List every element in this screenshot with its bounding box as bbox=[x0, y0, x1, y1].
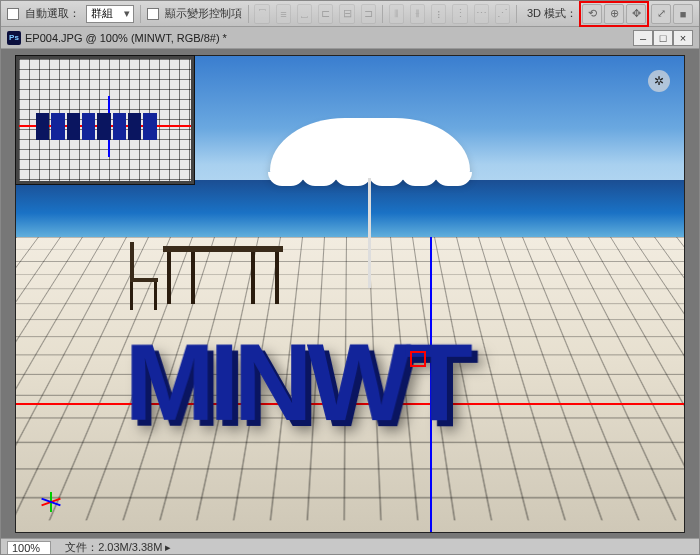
document-tab-bar: Ps EP004.JPG @ 100% (MINWT, RGB/8#) * – … bbox=[1, 27, 699, 49]
umbrella-object bbox=[270, 118, 470, 238]
camera-3d-icon[interactable]: ■ bbox=[673, 4, 693, 24]
mode-3d-group: 3D 模式： ⟲ ⊕ ✥ ⤢ ■ bbox=[527, 1, 693, 27]
scale-3d-icon[interactable]: ⤢ bbox=[651, 4, 671, 24]
auto-select-label: 自動選取： bbox=[25, 6, 80, 21]
pan-3d-icon[interactable]: ✥ bbox=[626, 4, 646, 24]
navigator-preview bbox=[19, 59, 191, 181]
separator bbox=[140, 5, 141, 23]
document-title: EP004.JPG @ 100% (MINWT, RGB/8#) * bbox=[25, 32, 227, 44]
window-buttons: – □ × bbox=[633, 30, 693, 46]
chair-leg bbox=[154, 282, 157, 310]
highlighted-3d-tools: ⟲ ⊕ ✥ bbox=[579, 1, 649, 27]
table-top bbox=[163, 246, 283, 252]
align-hcenter-icon: ⊟ bbox=[339, 4, 354, 24]
separator bbox=[248, 5, 249, 23]
secondary-view-icon[interactable]: ✲ bbox=[648, 70, 670, 92]
minimize-button[interactable]: – bbox=[633, 30, 653, 46]
status-bar: 100% 文件：2.03M/3.38M ▸ bbox=[1, 538, 699, 555]
umbrella-canopy bbox=[270, 118, 470, 178]
align-vcenter-icon: ≡ bbox=[276, 4, 291, 24]
selection-cursor-icon bbox=[410, 351, 426, 367]
photoshop-icon: Ps bbox=[7, 31, 21, 45]
align-right-icon: ⊐ bbox=[361, 4, 376, 24]
distribute-left-icon: ⋮ bbox=[452, 4, 467, 24]
align-top-icon: ⎴ bbox=[254, 4, 269, 24]
axis-gizmo[interactable] bbox=[40, 488, 66, 514]
table-leg bbox=[251, 252, 255, 304]
navigator-panel[interactable] bbox=[15, 55, 195, 185]
3d-text-object[interactable]: MINWT bbox=[124, 317, 466, 445]
distribute-bottom-icon: ⫶ bbox=[431, 4, 446, 24]
filesize-readout: 文件：2.03M/3.38M ▸ bbox=[65, 540, 171, 555]
distribute-hcenter-icon: ⋯ bbox=[474, 4, 489, 24]
close-button[interactable]: × bbox=[673, 30, 693, 46]
filesize-label: 文件： bbox=[65, 541, 98, 553]
navigator-text-preview bbox=[36, 113, 156, 140]
table-leg bbox=[191, 252, 195, 304]
zoom-level[interactable]: 100% bbox=[7, 541, 51, 555]
restore-button[interactable]: □ bbox=[653, 30, 673, 46]
align-left-icon: ⊏ bbox=[318, 4, 333, 24]
distribute-right-icon: ⋰ bbox=[495, 4, 510, 24]
separator bbox=[382, 5, 383, 23]
distribute-top-icon: ⫴ bbox=[389, 4, 404, 24]
rotate-3d-icon[interactable]: ⊕ bbox=[604, 4, 624, 24]
umbrella-pole bbox=[368, 178, 371, 288]
chair-back bbox=[130, 242, 134, 282]
filesize-value: 2.03M/3.38M bbox=[98, 541, 162, 553]
show-transform-label: 顯示變形控制項 bbox=[165, 6, 242, 21]
canvas-area: MINWT ✲ bbox=[1, 49, 699, 538]
chair-leg bbox=[130, 282, 133, 310]
mode-3d-label: 3D 模式： bbox=[527, 6, 577, 21]
separator bbox=[516, 5, 517, 23]
align-bottom-icon: ⎵ bbox=[297, 4, 312, 24]
show-transform-checkbox[interactable] bbox=[147, 8, 159, 20]
auto-select-checkbox[interactable] bbox=[7, 8, 19, 20]
chevron-right-icon[interactable]: ▸ bbox=[165, 541, 171, 553]
orbit-3d-icon[interactable]: ⟲ bbox=[582, 4, 602, 24]
table-leg bbox=[275, 252, 279, 304]
distribute-vcenter-icon: ⫵ bbox=[410, 4, 425, 24]
table-object bbox=[163, 246, 283, 306]
group-dropdown[interactable]: 群組 bbox=[86, 5, 134, 23]
chair-object bbox=[130, 242, 170, 312]
document-tab[interactable]: Ps EP004.JPG @ 100% (MINWT, RGB/8#) * bbox=[7, 31, 227, 45]
options-bar: 自動選取： 群組 顯示變形控制項 ⎴ ≡ ⎵ ⊏ ⊟ ⊐ ⫴ ⫵ ⫶ ⋮ ⋯ ⋰… bbox=[1, 1, 699, 27]
